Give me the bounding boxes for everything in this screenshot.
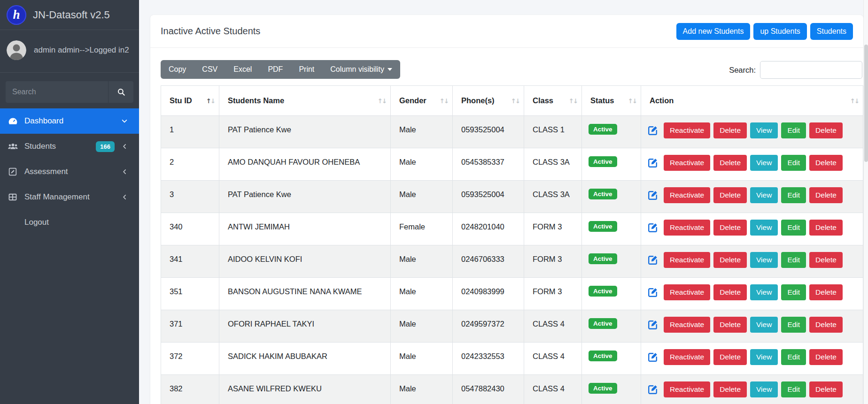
- action-delete-button[interactable]: Delete: [809, 155, 843, 171]
- pen-to-square-icon[interactable]: [648, 255, 658, 265]
- sidebar-search-button[interactable]: [108, 81, 133, 103]
- column-header-status[interactable]: Status ↑↓: [582, 86, 641, 116]
- action-edit-button[interactable]: Edit: [781, 381, 806, 397]
- action-view-button[interactable]: View: [750, 122, 778, 138]
- action-buttons: ReactivateDeleteViewEditDelete: [648, 187, 858, 203]
- action-edit-button[interactable]: Edit: [781, 155, 806, 171]
- action-reactivate-button[interactable]: Reactivate: [664, 122, 710, 138]
- action-edit-button[interactable]: Edit: [781, 220, 806, 236]
- action-reactivate-button[interactable]: Reactivate: [664, 252, 710, 268]
- table-row: 371 OFORI RAPHAEL TAKYI Male 0249597372 …: [161, 310, 863, 343]
- column-label: Students Name: [228, 96, 284, 105]
- csv-button[interactable]: CSV: [194, 60, 225, 79]
- table-search-input[interactable]: [760, 61, 862, 79]
- action-delete-button[interactable]: Delete: [809, 349, 843, 365]
- status-badge: Active: [589, 221, 617, 232]
- action-edit-button[interactable]: Edit: [781, 349, 806, 365]
- cell-actions: ReactivateDeleteViewEditDelete: [641, 245, 863, 278]
- pen-to-square-icon[interactable]: [648, 320, 658, 330]
- action-edit-button[interactable]: Edit: [781, 122, 806, 138]
- cell-student-name: SADICK HAKIM ABUBAKAR: [219, 343, 391, 375]
- action-reactivate-button[interactable]: Reactivate: [664, 284, 710, 300]
- pen-to-square-icon[interactable]: [648, 190, 658, 200]
- action-view-button[interactable]: View: [750, 284, 778, 300]
- action-view-button[interactable]: View: [750, 381, 778, 397]
- column-header-class[interactable]: Class ↑↓: [524, 86, 582, 116]
- action-view-button[interactable]: View: [750, 349, 778, 365]
- students-button[interactable]: Students: [810, 23, 853, 40]
- pen-to-square-icon[interactable]: [648, 352, 658, 362]
- action-edit-button[interactable]: Edit: [781, 284, 806, 300]
- sidebar-item-dashboard[interactable]: Dashboard: [0, 108, 139, 134]
- sort-icon: ↑↓: [511, 97, 519, 105]
- add-new-students-button[interactable]: Add new Students: [676, 23, 751, 40]
- column-header-students-name[interactable]: Students Name ↑↓: [219, 86, 391, 116]
- pen-to-square-icon[interactable]: [648, 384, 658, 395]
- action-delete-button[interactable]: Delete: [713, 252, 747, 268]
- cell-phone: 0593525004: [453, 116, 524, 148]
- action-reactivate-button[interactable]: Reactivate: [664, 317, 710, 333]
- print-button[interactable]: Print: [291, 60, 322, 79]
- sidebar-search-input[interactable]: [6, 81, 108, 103]
- cell-stu-id: 372: [161, 343, 219, 375]
- action-delete-button[interactable]: Delete: [713, 155, 747, 171]
- action-delete-button[interactable]: Delete: [809, 187, 843, 203]
- pen-to-square-icon[interactable]: [648, 125, 658, 136]
- action-delete-button[interactable]: Delete: [713, 220, 747, 236]
- sidebar-item-assessment[interactable]: Assessment: [0, 159, 139, 184]
- action-reactivate-button[interactable]: Reactivate: [664, 187, 710, 203]
- action-delete-button[interactable]: Delete: [713, 187, 747, 203]
- cell-gender: Male: [391, 245, 453, 278]
- action-delete-button[interactable]: Delete: [809, 122, 843, 138]
- excel-button[interactable]: Excel: [225, 60, 260, 79]
- table-header-row: Stu ID ↑↓ Students Name ↑↓ Gender ↑↓: [161, 86, 863, 116]
- action-reactivate-button[interactable]: Reactivate: [664, 220, 710, 236]
- column-visibility-dropdown[interactable]: Column visibility: [322, 60, 400, 79]
- column-visibility-label: Column visibility: [330, 65, 384, 74]
- card-body: Copy CSV Excel PDF Print Column visibili…: [150, 48, 863, 404]
- column-header-action[interactable]: Action ↑↓: [641, 86, 863, 116]
- action-view-button[interactable]: View: [750, 220, 778, 236]
- copy-button[interactable]: Copy: [161, 60, 194, 79]
- pen-to-square-icon[interactable]: [648, 287, 658, 297]
- cell-phone: 0249597372: [453, 310, 524, 343]
- action-delete-button[interactable]: Delete: [809, 381, 843, 397]
- pen-to-square-icon[interactable]: [648, 222, 658, 233]
- action-edit-button[interactable]: Edit: [781, 252, 806, 268]
- action-buttons: ReactivateDeleteViewEditDelete: [648, 284, 858, 300]
- column-header-phone[interactable]: Phone(s) ↑↓: [453, 86, 524, 116]
- action-reactivate-button[interactable]: Reactivate: [664, 349, 710, 365]
- column-header-gender[interactable]: Gender ↑↓: [391, 86, 453, 116]
- action-view-button[interactable]: View: [750, 252, 778, 268]
- action-delete-button[interactable]: Delete: [809, 252, 843, 268]
- action-delete-button[interactable]: Delete: [713, 284, 747, 300]
- card-header: Inactive Active Students Add new Student…: [150, 15, 863, 48]
- action-delete-button[interactable]: Delete: [713, 317, 747, 333]
- action-delete-button[interactable]: Delete: [713, 381, 747, 397]
- action-edit-button[interactable]: Edit: [781, 187, 806, 203]
- page-scrollbar[interactable]: [863, 0, 868, 404]
- column-header-stu-id[interactable]: Stu ID ↑↓: [161, 86, 219, 116]
- action-edit-button[interactable]: Edit: [781, 317, 806, 333]
- pen-to-square-icon[interactable]: [648, 158, 658, 168]
- sidebar-item-logout[interactable]: Logout: [0, 210, 139, 235]
- sidebar-menu: Dashboard Students 166: [0, 108, 139, 235]
- action-delete-button[interactable]: Delete: [713, 349, 747, 365]
- pdf-button[interactable]: PDF: [260, 60, 291, 79]
- caret-down-icon: [388, 68, 392, 71]
- sidebar-item-staff-management[interactable]: Staff Management: [0, 184, 139, 210]
- sidebar-item-students[interactable]: Students 166: [0, 134, 139, 159]
- action-delete-button[interactable]: Delete: [809, 284, 843, 300]
- up-students-button[interactable]: up Students: [753, 23, 806, 40]
- action-reactivate-button[interactable]: Reactivate: [664, 155, 710, 171]
- cell-gender: Male: [391, 148, 453, 181]
- action-view-button[interactable]: View: [750, 155, 778, 171]
- action-delete-button[interactable]: Delete: [713, 122, 747, 138]
- action-delete-button[interactable]: Delete: [809, 220, 843, 236]
- action-view-button[interactable]: View: [750, 187, 778, 203]
- action-view-button[interactable]: View: [750, 317, 778, 333]
- cell-gender: Male: [391, 181, 453, 213]
- action-delete-button[interactable]: Delete: [809, 317, 843, 333]
- action-reactivate-button[interactable]: Reactivate: [664, 381, 710, 397]
- scrollbar-thumb[interactable]: [864, 45, 868, 162]
